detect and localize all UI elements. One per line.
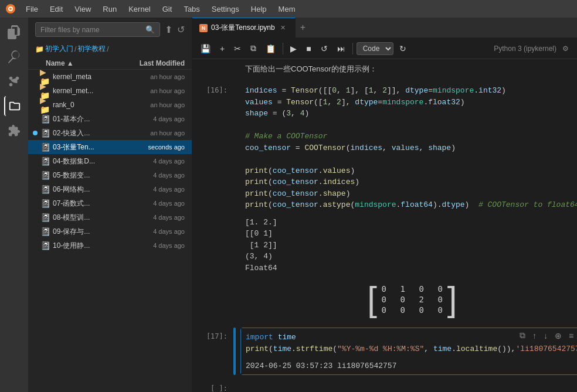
activity-git[interactable] bbox=[4, 71, 24, 91]
cell-content-17[interactable]: ⧉ ↑ ↓ ⊕ ≡ 🗑 import time print(time.strft… bbox=[240, 328, 577, 375]
cell-bar-intro bbox=[233, 62, 236, 77]
list-item[interactable]: 📓 01-基本介... 4 days ago bbox=[28, 112, 192, 126]
cell-16: [16]: indices = Tensor([[0, 1], [1, 2]],… bbox=[192, 79, 577, 325]
file-name: 04-数据集D... bbox=[53, 156, 132, 166]
folder-icon-breadcrumb: 📁 bbox=[35, 45, 44, 53]
menu-file[interactable]: File bbox=[21, 4, 43, 15]
cell-content-intro: 下面给出一些COOTensor的使用示例： bbox=[240, 62, 577, 77]
file-modified: an hour ago bbox=[132, 87, 185, 94]
list-item-active[interactable]: 📓 03-张量Ten... seconds ago bbox=[28, 140, 192, 154]
upload-icon[interactable]: ⬆ bbox=[165, 24, 172, 35]
kernel-status-button[interactable]: ⚙ bbox=[559, 43, 572, 54]
menu-git[interactable]: Git bbox=[158, 4, 177, 15]
menu-edit[interactable]: Edit bbox=[45, 4, 67, 15]
list-item[interactable]: 📓 07-函数式... 4 days ago bbox=[28, 196, 192, 210]
folder-icon: ▶ 📁 bbox=[40, 71, 50, 82]
list-item[interactable]: ▶ 📁 kernel_met... an hour ago bbox=[28, 84, 192, 98]
menu-tabs[interactable]: Tabs bbox=[179, 4, 204, 15]
search-icon: 🔍 bbox=[145, 25, 155, 34]
copy-button[interactable]: ⧉ bbox=[247, 42, 260, 55]
menu-kernel[interactable]: Kernel bbox=[124, 4, 155, 15]
notebook-content: 下面给出一些COOTensor的使用示例： [16]: indices = Te… bbox=[192, 59, 577, 392]
cell-move-up-button[interactable]: ↑ bbox=[530, 329, 539, 342]
cell-action2-button[interactable]: ≡ bbox=[566, 329, 576, 342]
run-button[interactable]: ▶ bbox=[287, 42, 300, 55]
save-button[interactable]: 💾 bbox=[197, 42, 214, 55]
refresh-kernel-button[interactable]: ↻ bbox=[396, 42, 410, 55]
list-item[interactable]: 📓 04-数据集D... 4 days ago bbox=[28, 154, 192, 168]
col-name-header[interactable]: Name ▲ bbox=[46, 59, 132, 67]
activity-explorer[interactable] bbox=[4, 22, 24, 42]
code-line bbox=[240, 120, 577, 131]
activity-search[interactable] bbox=[4, 47, 24, 67]
code-line: print(coo_tensor.values) bbox=[240, 165, 577, 177]
list-item[interactable]: 📓 10-使用静... 4 days ago bbox=[28, 238, 192, 253]
file-name: 02-快速入... bbox=[53, 128, 132, 138]
search-input[interactable] bbox=[40, 26, 143, 34]
cell-gutter-16: [16]: bbox=[192, 81, 233, 323]
cell-copy-button[interactable]: ⧉ bbox=[517, 329, 528, 342]
notebook-icon: 📓 bbox=[40, 142, 50, 152]
breadcrumb-root[interactable]: 初学入门 bbox=[45, 44, 73, 54]
cell-type-select[interactable]: Code bbox=[357, 42, 393, 55]
sort-arrow: ▲ bbox=[67, 59, 74, 67]
list-item[interactable]: 📓 02-快速入... an hour ago bbox=[28, 126, 192, 140]
folder-icon: ▶ 📁 bbox=[40, 100, 50, 110]
breadcrumb-sub[interactable]: 初学教程 bbox=[77, 44, 106, 54]
file-modified: an hour ago bbox=[132, 73, 185, 80]
code-line: values = Tensor([1, 2], dtype=mindspore.… bbox=[240, 97, 577, 108]
menu-run[interactable]: Run bbox=[98, 4, 121, 15]
add-cell-button[interactable]: + bbox=[216, 42, 228, 55]
notebook-icon: 📓 bbox=[40, 240, 50, 251]
cell-content-empty[interactable] bbox=[240, 380, 577, 393]
code-line: indices = Tensor([[0, 1], [1, 2]], dtype… bbox=[240, 85, 577, 97]
code-line: print(coo_tensor.astype(mindspore.float6… bbox=[240, 199, 577, 211]
list-item[interactable]: 📓 05-数据变... 4 days ago bbox=[28, 168, 192, 182]
toolbar-separator bbox=[283, 43, 283, 54]
cell-gutter-intro bbox=[192, 62, 233, 77]
cell-add-button[interactable]: ⊕ bbox=[552, 329, 564, 342]
refresh-icon[interactable]: ↺ bbox=[177, 24, 185, 35]
list-item[interactable]: ▶ 📁 rank_0 an hour ago bbox=[28, 98, 192, 112]
tab-close-button[interactable]: ✕ bbox=[279, 23, 288, 33]
cell-content-16[interactable]: indices = Tensor([[0, 1], [1, 2]], dtype… bbox=[240, 81, 577, 323]
paste-button[interactable]: 📋 bbox=[262, 42, 279, 55]
list-item[interactable]: 📓 09-保存与... 4 days ago bbox=[28, 224, 192, 238]
search-box[interactable]: 🔍 bbox=[35, 22, 160, 37]
bracket-left: [ bbox=[367, 282, 377, 317]
notebook-icon: 📓 bbox=[40, 128, 50, 138]
menu-mem[interactable]: Mem bbox=[274, 4, 300, 15]
notebook-icon: 📓 bbox=[40, 170, 50, 180]
file-modified: 4 days ago bbox=[132, 214, 185, 221]
main-area: 🔍 ⬆ ↺ 📁 初学入门 / 初学教程 / Name ▲ Last Modifi… bbox=[0, 18, 577, 392]
list-item[interactable]: 📓 06-网络构... 4 days ago bbox=[28, 182, 192, 196]
file-name: 03-张量Ten... bbox=[53, 142, 132, 152]
app-logo bbox=[5, 3, 16, 15]
activity-filebrowser[interactable] bbox=[4, 96, 24, 116]
file-name: kernel_meta bbox=[53, 73, 132, 81]
cut-button[interactable]: ✂ bbox=[230, 42, 245, 55]
file-modified: 4 days ago bbox=[132, 186, 185, 193]
svg-point-4 bbox=[9, 83, 13, 87]
tab-add-button[interactable]: + bbox=[296, 22, 310, 33]
list-item[interactable]: 📓 08-模型训... 4 days ago bbox=[28, 210, 192, 224]
file-modified: 4 days ago bbox=[132, 115, 185, 122]
file-modified: 4 days ago bbox=[132, 242, 185, 249]
restart-button[interactable]: ↺ bbox=[317, 42, 331, 55]
file-modified: seconds ago bbox=[132, 144, 185, 151]
restart-run-button[interactable]: ⏭ bbox=[334, 42, 349, 55]
matrix-container: [ 0 1 0 0 0 0 bbox=[240, 276, 577, 323]
tab-notebook-icon: N bbox=[199, 24, 208, 32]
activity-extensions[interactable] bbox=[4, 121, 24, 141]
folder-icon: ▶ 📁 bbox=[40, 86, 50, 96]
tab-active[interactable]: N 03-张量Tensor.ipynb ✕ bbox=[192, 18, 296, 38]
file-name: 05-数据变... bbox=[53, 171, 132, 180]
menu-settings[interactable]: Settings bbox=[207, 4, 244, 15]
cell-move-down-button[interactable]: ↓ bbox=[541, 329, 550, 342]
menu-view[interactable]: View bbox=[70, 4, 96, 15]
col-modified-header[interactable]: Last Modified bbox=[132, 59, 185, 67]
menu-help[interactable]: Help bbox=[246, 4, 271, 15]
output-area-16: [1. 2.] [[0 1] [1 2]] (3, 4) Float64 bbox=[240, 214, 577, 277]
stop-button[interactable]: ■ bbox=[303, 42, 314, 55]
list-item[interactable]: ▶ 📁 kernel_meta an hour ago bbox=[28, 70, 192, 84]
